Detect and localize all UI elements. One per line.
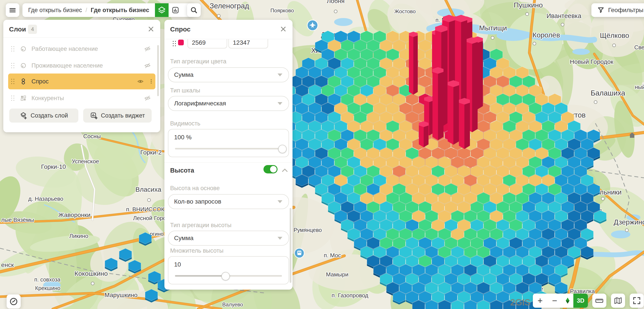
breadcrumb-separator: / — [86, 7, 87, 14]
scale-type-select[interactable]: Логарифмическая — [168, 96, 289, 111]
geofilters-label: Геофильтры — [608, 6, 643, 14]
color-aggregation-select[interactable]: Сумма — [168, 67, 289, 82]
svg-text:Горки-10: Горки-10 — [41, 163, 66, 170]
eye-slash-icon[interactable] — [144, 95, 151, 102]
svg-text:ргино: ргино — [150, 231, 164, 237]
zoom-in-button[interactable]: + — [533, 294, 548, 308]
svg-text:Крекшино: Крекшино — [35, 285, 60, 291]
svg-text:п. совхоза: п. совхоза — [34, 276, 60, 282]
drag-handle-icon[interactable] — [173, 41, 176, 46]
eye-icon[interactable] — [137, 78, 144, 85]
fullscreen-icon — [632, 296, 641, 305]
color-swatch[interactable] — [178, 40, 184, 45]
layers-button[interactable] — [155, 3, 168, 17]
clock-icon — [9, 297, 18, 306]
drag-handle-icon[interactable] — [11, 96, 14, 101]
svg-text:Кокошкино: Кокошкино — [74, 270, 108, 277]
svg-text:Поярково: Поярково — [270, 8, 294, 14]
height-multiplier-label: Множитель высоты — [170, 248, 224, 254]
visibility-slider[interactable] — [175, 148, 282, 150]
hamburger-icon — [10, 7, 16, 13]
eye-slash-icon[interactable] — [144, 45, 151, 52]
ruler-button[interactable] — [592, 294, 606, 308]
svg-text:Жаворонки: Жаворонки — [58, 212, 90, 218]
height-toggle[interactable] — [264, 165, 278, 174]
fullscreen-button[interactable] — [630, 294, 644, 308]
drag-handle-icon[interactable] — [11, 79, 14, 84]
demand-close-button[interactable] — [279, 25, 288, 34]
compass-button[interactable] — [562, 294, 573, 308]
eye-slash-icon[interactable] — [144, 62, 151, 69]
svg-text:Королёв: Королёв — [533, 31, 560, 39]
layer-label: Работающее население — [32, 46, 144, 52]
svg-text:ный: ный — [635, 84, 644, 90]
hexagons-icon — [20, 78, 27, 85]
visibility-slider-handle[interactable] — [278, 145, 286, 153]
svg-text:п. ВНИИССОК: п. ВНИИССОК — [126, 206, 164, 212]
svg-text:Марушкино: Марушкино — [104, 292, 138, 298]
collapse-chevron-up-icon[interactable] — [282, 167, 288, 173]
3d-mode-button[interactable]: 3D — [573, 294, 588, 308]
layer-label: Проживающее население — [32, 62, 144, 69]
demand-scroll-area[interactable]: 2569 12347 Тип агрегации цвета Сумма Тип… — [164, 39, 292, 290]
svg-text:Валуево: Валуево — [222, 302, 243, 308]
height-multiplier-slider-handle[interactable] — [222, 272, 230, 280]
demand-scrollbar[interactable] — [290, 208, 292, 283]
geofilters-button[interactable]: Геофильтры — [592, 3, 644, 17]
drag-handle-icon[interactable] — [11, 63, 14, 68]
layers-close-button[interactable] — [146, 25, 156, 34]
chevron-down-icon — [278, 102, 282, 105]
svg-text:Румянцево: Румянцево — [294, 227, 322, 233]
layer-row-working-population[interactable]: Работающее население — [8, 41, 156, 57]
create-widget-label: Создать виджет — [101, 112, 145, 119]
zoom-out-button[interactable]: − — [548, 294, 562, 308]
svg-text:Свердловский: Свердловский — [634, 44, 644, 50]
layer-row-resident-population[interactable]: Проживающее население — [8, 58, 156, 74]
app-root: ЗеленоградПоярковоЛобняЖостовоДолгопрудн… — [0, 0, 644, 309]
layers-scrollbar[interactable] — [157, 45, 159, 96]
drag-handle-icon[interactable] — [11, 46, 14, 52]
height-multiplier-slider[interactable] — [175, 275, 282, 277]
time-filter-button[interactable] — [6, 294, 21, 308]
divider — [3, 38, 160, 38]
height-basis-label: Высота на основе — [170, 185, 220, 192]
breadcrumb-parent[interactable]: Где открыть бизнес — [28, 7, 82, 14]
demand-panel: Спрос 2569 12347 Тип агрегации цвета — [164, 20, 292, 290]
svg-text:Балашиха: Балашиха — [590, 89, 625, 97]
widgets-button[interactable] — [168, 3, 182, 17]
range-max-input[interactable]: 12347 — [228, 39, 268, 48]
add-layer-icon — [20, 112, 27, 119]
height-aggregation-label: Тип агрегации высоты — [170, 222, 232, 229]
svg-text:Мытищи: Мытищи — [479, 24, 507, 32]
2gis-watermark: 2GIS — [510, 297, 530, 308]
create-layer-button[interactable]: Создать слой — [9, 108, 78, 122]
legend-map-button[interactable] — [611, 294, 625, 308]
height-basis-select[interactable]: Кол-во запросов — [168, 194, 289, 209]
close-icon — [280, 26, 286, 32]
layer-row-competitors[interactable]: Конкуренты — [8, 90, 156, 106]
range-min-input[interactable]: 2569 — [188, 39, 227, 48]
menu-button[interactable] — [6, 3, 19, 17]
chevron-down-icon — [278, 237, 282, 240]
layers-count-badge: 4 — [28, 25, 37, 34]
svg-text:Ликино: Ликино — [69, 233, 88, 239]
funnel-icon — [597, 6, 604, 14]
row-kebab-icon[interactable] — [148, 78, 154, 84]
svg-text:Дзержинский: Дзержинский — [614, 218, 644, 226]
layer-row-demand[interactable]: Спрос — [8, 74, 156, 89]
chevron-down-icon — [278, 200, 282, 203]
svg-text:енск: енск — [1, 262, 14, 268]
height-multiplier-control: 10 — [168, 256, 289, 284]
height-aggregation-select[interactable]: Сумма — [168, 231, 289, 246]
compass-needle-icon — [565, 297, 570, 304]
grid-icon — [20, 95, 27, 102]
layers-icon — [158, 6, 166, 14]
svg-text:Горки-2: Горки-2 — [140, 149, 162, 156]
search-button[interactable] — [187, 3, 201, 17]
visibility-value: 100 % — [174, 134, 192, 141]
add-widget-icon — [90, 112, 98, 119]
svg-text:Власиха: Власиха — [135, 186, 161, 193]
create-widget-button[interactable]: Создать виджет — [83, 108, 152, 122]
svg-text:Зеленоград: Зеленоград — [210, 2, 249, 10]
layers-panel-title: Слои — [9, 26, 26, 33]
